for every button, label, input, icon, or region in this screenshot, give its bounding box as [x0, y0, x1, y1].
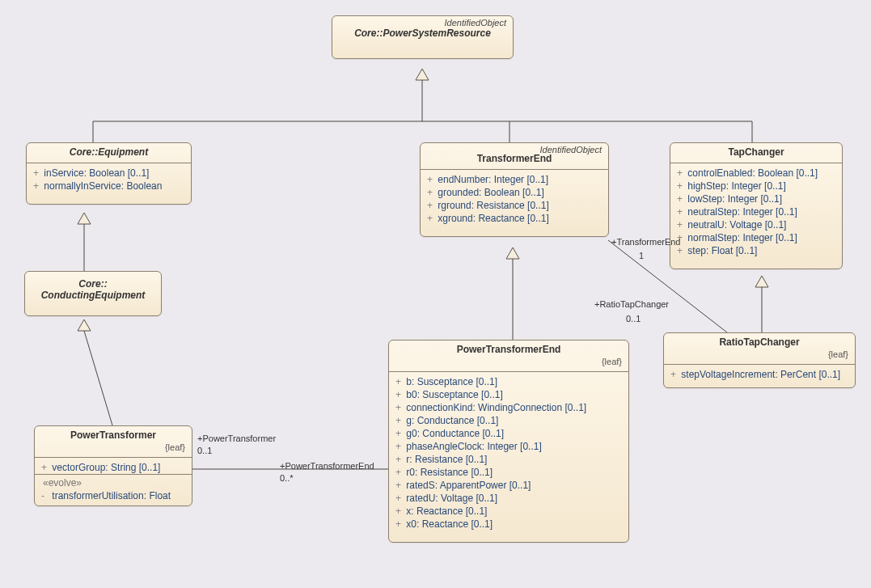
class-equipment[interactable]: Core::Equipment + inService: Boolean [0.… [26, 142, 192, 205]
attribute: + x0: Reactance [0..1] [395, 518, 622, 531]
class-power-system-resource[interactable]: IdentifiedObject Core::PowerSystemResour… [332, 15, 514, 59]
leaf-tag: {leaf} [670, 349, 848, 359]
class-name: RatioTapChanger [670, 336, 848, 348]
class-ratio-tap-changer[interactable]: RatioTapChanger {leaf} + stepVoltageIncr… [663, 332, 856, 388]
svg-marker-10 [506, 247, 519, 259]
assoc-role-ratio-tap-changer: +RatioTapChanger [594, 299, 669, 309]
svg-line-9 [84, 331, 112, 425]
attribute: + b0: Susceptance [0..1] [395, 388, 622, 401]
attribute: + ratedU: Voltage [0..1] [395, 492, 622, 505]
attribute: + connectionKind: WindingConnection [0..… [395, 401, 622, 414]
attribute: + lowStep: Integer [0..1] [677, 192, 835, 205]
attribute: + xground: Reactance [0..1] [427, 212, 602, 225]
assoc-role-power-transformer-end: +PowerTransformerEnd [280, 461, 374, 471]
svg-marker-8 [78, 319, 91, 331]
svg-marker-6 [78, 213, 91, 224]
class-power-transformer-end[interactable]: PowerTransformerEnd {leaf} + b: Suscepta… [388, 340, 629, 543]
attribute: + r0: Resistance [0..1] [395, 466, 622, 479]
attribute: + normalStep: Integer [0..1] [677, 231, 835, 244]
attribute: + step: Float [0..1] [677, 244, 835, 257]
class-name: TapChanger [677, 146, 835, 158]
class-name: PowerTransformerEnd [395, 344, 622, 355]
class-power-transformer[interactable]: PowerTransformer {leaf} + vectorGroup: S… [34, 425, 192, 506]
assoc-mult-transformer-end: 1 [639, 251, 644, 260]
attribute: + endNumber: Integer [0..1] [427, 173, 602, 186]
stereotype-label: IdentifiedObject [445, 18, 506, 27]
class-name: Core:: ConductingEquipment [30, 278, 156, 301]
leaf-tag: {leaf} [41, 442, 185, 452]
attribute: + g: Conductance [0..1] [395, 414, 622, 427]
evolve-section: «evolve» [41, 476, 185, 489]
class-tap-changer[interactable]: TapChanger + controlEnabled: Boolean [0.… [670, 142, 843, 269]
attribute: + grounded: Boolean [0..1] [427, 186, 602, 199]
attribute: + phaseAngleClock: Integer [0..1] [395, 440, 622, 453]
assoc-mult-power-transformer-end: 0..* [280, 473, 294, 483]
class-name: Core::PowerSystemResource [339, 27, 506, 39]
class-transformer-end[interactable]: IdentifiedObject TransformerEnd + endNum… [420, 142, 609, 237]
class-name: Core::Equipment [33, 146, 184, 158]
attribute: + controlEnabled: Boolean [0..1] [677, 167, 835, 180]
attribute: - transformerUtilisation: Float [41, 489, 185, 502]
attribute: + g0: Conductance [0..1] [395, 427, 622, 440]
svg-marker-12 [755, 276, 768, 287]
assoc-mult-ratio-tap-changer: 0..1 [626, 314, 641, 324]
class-name: TransformerEnd [427, 153, 602, 164]
class-conducting-equipment[interactable]: Core:: ConductingEquipment [24, 271, 162, 316]
attribute: + rground: Resistance [0..1] [427, 199, 602, 212]
stereotype-label: IdentifiedObject [540, 145, 602, 154]
assoc-mult-power-transformer: 0..1 [197, 446, 212, 455]
attribute: + b: Susceptance [0..1] [395, 375, 622, 388]
attribute: + vectorGroup: String [0..1] [41, 461, 185, 474]
attribute: + x: Reactance [0..1] [395, 505, 622, 518]
attribute: + neutralStep: Integer [0..1] [677, 205, 835, 218]
attribute: + inService: Boolean [0..1] [33, 167, 184, 180]
svg-marker-0 [416, 69, 429, 80]
attribute: + neutralU: Voltage [0..1] [677, 218, 835, 231]
class-name: PowerTransformer [41, 429, 185, 441]
attribute: + ratedS: ApparentPower [0..1] [395, 479, 622, 492]
attribute: + normallyInService: Boolean [33, 180, 184, 192]
attribute: + highStep: Integer [0..1] [677, 180, 835, 192]
assoc-role-transformer-end: +TransformerEnd [611, 237, 681, 247]
leaf-tag: {leaf} [395, 357, 622, 366]
attribute: + r: Resistance [0..1] [395, 453, 622, 466]
attribute: + stepVoltageIncrement: PerCent [0..1] [670, 368, 848, 381]
assoc-role-power-transformer: +PowerTransformer [197, 434, 276, 443]
uml-canvas: IdentifiedObject Core::PowerSystemResour… [0, 0, 871, 588]
